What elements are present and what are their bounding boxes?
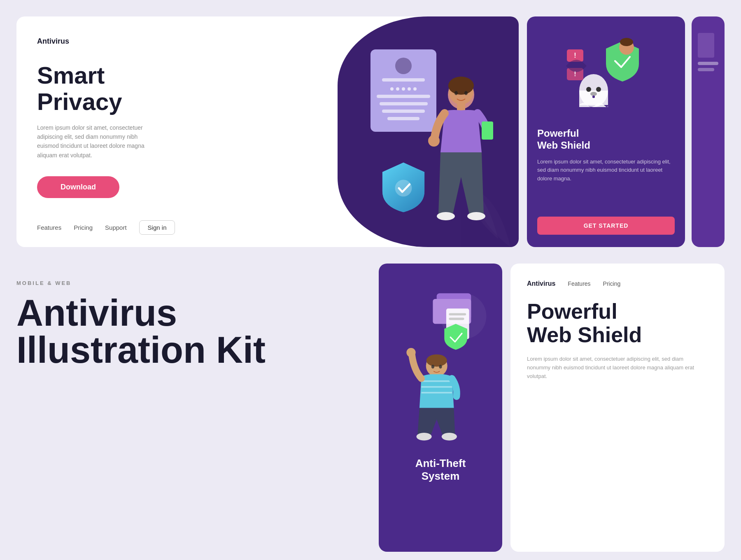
svg-point-35	[426, 355, 447, 367]
svg-rect-4	[457, 104, 465, 111]
main-card-description: Lorem ipsum dolor sit amet, consectetuer…	[37, 123, 152, 160]
subtitle-label: MOBILE & WEB	[16, 280, 370, 286]
anti-theft-svg	[387, 264, 494, 453]
svg-point-37	[417, 433, 432, 441]
svg-point-8	[454, 91, 458, 95]
svg-point-6	[437, 212, 455, 220]
svg-point-14	[596, 87, 601, 92]
main-card-illustration	[313, 16, 519, 247]
right-cards-container: ! ! Powerful Web Shield Lorem ipsum dolo…	[527, 16, 725, 247]
main-card: Antivirus Smart Privacy Lorem ipsum dolo…	[16, 16, 519, 247]
partial-dark-card	[692, 16, 725, 247]
svg-point-13	[586, 87, 591, 92]
web-card-nav-pricing[interactable]: Pricing	[603, 280, 621, 287]
svg-rect-5	[482, 121, 493, 140]
web-card-nav-features[interactable]: Features	[568, 280, 590, 287]
svg-point-23	[592, 96, 595, 98]
dark-card-title: Powerful Web Shield	[537, 128, 675, 152]
svg-point-0	[395, 180, 412, 196]
anti-theft-card: Anti-Theft System	[379, 264, 502, 552]
svg-point-7	[467, 212, 485, 220]
nav-support[interactable]: Support	[105, 224, 127, 231]
powerful-web-shield-card: ! ! Powerful Web Shield Lorem ipsum dolo…	[527, 16, 685, 247]
nav-pricing[interactable]: Pricing	[74, 224, 93, 231]
web-card-nav: Antivirus Features Pricing	[527, 280, 708, 287]
svg-rect-27	[698, 68, 714, 71]
anti-theft-title: Anti-Theft System	[415, 457, 466, 483]
download-button[interactable]: Download	[37, 176, 119, 198]
get-started-button[interactable]: GET STARTED	[537, 217, 675, 235]
bottom-section: MOBILE & WEB Antivirus Illustration Kit	[0, 255, 741, 560]
web-shield-white-card: Antivirus Features Pricing Powerful Web …	[510, 264, 725, 552]
svg-point-39	[431, 365, 434, 369]
doc-dot-3	[402, 87, 405, 91]
dark-card-illustration: ! !	[537, 29, 675, 119]
person-main-illustration	[416, 58, 506, 231]
doc-dot-4	[408, 87, 411, 91]
svg-text:!: !	[574, 52, 576, 59]
doc-avatar	[395, 58, 412, 74]
anti-theft-illustration	[387, 264, 494, 453]
svg-point-38	[442, 433, 457, 441]
svg-rect-26	[698, 62, 718, 65]
top-section: Antivirus Smart Privacy Lorem ipsum dolo…	[0, 0, 741, 255]
nav-sign-in[interactable]: Sign in	[139, 220, 175, 235]
svg-point-10	[428, 135, 440, 147]
svg-point-40	[439, 365, 442, 369]
nav-features[interactable]: Features	[37, 224, 61, 231]
shield-ghost-illustration: ! !	[537, 29, 675, 119]
svg-point-17	[620, 38, 633, 46]
svg-point-36	[406, 348, 415, 357]
svg-rect-33	[449, 318, 464, 320]
web-card-description: Lorem ipsum dolor sit amet, consectetuer…	[527, 355, 708, 380]
dark-card-description: Lorem ipsum dolor sit amet, consectetuer…	[537, 158, 675, 183]
web-card-title: Powerful Web Shield	[527, 300, 708, 347]
bottom-left-panel: MOBILE & WEB Antivirus Illustration Kit	[16, 264, 370, 552]
partial-card-illustration	[696, 29, 720, 111]
svg-point-9	[464, 91, 468, 95]
big-title: Antivirus Illustration Kit	[16, 294, 370, 369]
doc-dot-2	[396, 87, 399, 91]
svg-rect-32	[449, 313, 466, 315]
svg-point-3	[448, 77, 474, 95]
svg-rect-25	[698, 33, 714, 58]
doc-dots	[390, 87, 417, 91]
doc-line-5	[387, 117, 419, 120]
svg-point-15	[590, 92, 597, 96]
web-card-brand: Antivirus	[527, 280, 555, 287]
doc-dot-1	[390, 87, 394, 91]
